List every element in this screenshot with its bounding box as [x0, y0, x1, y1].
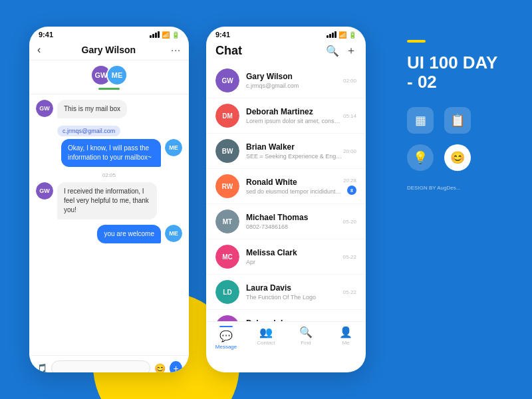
wifi-icon: 📶	[338, 31, 346, 39]
chat-item-avatar: MT	[215, 209, 239, 233]
chat-list-item[interactable]: MT Michael Thomas 0802-73486168 05-20	[206, 204, 366, 239]
avatar-me: ME	[106, 65, 128, 86]
chat-item-avatar: RW	[215, 174, 239, 198]
avatar-pair: GW ME	[90, 65, 128, 86]
brand-title-line1: UI 100 DAY	[407, 53, 497, 72]
nav-item-me[interactable]: 👤 Me	[326, 326, 366, 350]
chat-item-info: Brian Walker SEE = Seeking Experience & …	[246, 142, 343, 160]
message-text: This is my mail box	[64, 105, 120, 112]
chat-item-info: Gary Wilson c.jrmqs@gmail.com	[246, 72, 343, 89]
message-input[interactable]	[51, 360, 150, 372]
brand-icons-row1: ▦ 📋	[407, 107, 471, 134]
chat-item-info: Laura Davis The Function Of The Logo	[246, 283, 343, 301]
message-bubble: you are welcome	[97, 225, 161, 243]
chat-item-name: Ronald White	[246, 178, 343, 187]
online-indicator	[98, 88, 120, 90]
chat-item-avatar: BW	[215, 139, 239, 163]
chat-item-preview: Apr	[246, 259, 343, 265]
message-text: I received the information, I feel very …	[64, 188, 149, 213]
signal-icon	[150, 31, 160, 38]
brand-icon-list: 📋	[444, 107, 471, 134]
chat-list-item[interactable]: DL Deborah Lopez Without a doubt there i…	[206, 310, 366, 321]
chat-item-time: 20:28	[343, 178, 356, 184]
message-time: 02:05	[36, 172, 182, 178]
status-bar-left: 9:41 📶 🔋	[29, 27, 189, 40]
search-icon[interactable]: 🔍	[326, 45, 339, 57]
chat-list-item[interactable]: BW Brian Walker SEE = Seeking Experience…	[206, 134, 366, 169]
chat-item-avatar: GW	[215, 68, 239, 92]
bottom-nav: 💬 Message 👥 Contact 🔍 Find 👤 Me	[206, 321, 366, 352]
chat-item-time: 05-22	[343, 289, 356, 295]
chat-item-preview: The Function Of The Logo	[246, 294, 343, 301]
nav-item-message[interactable]: 💬 Message	[206, 326, 246, 350]
nav-item-find[interactable]: 🔍 Find	[286, 326, 326, 350]
more-button[interactable]: ···	[171, 45, 181, 55]
conversation-avatars: GW ME	[29, 61, 189, 94]
status-time-left: 9:41	[39, 31, 53, 39]
chat-item-meta: 05-22	[343, 289, 356, 295]
brand-icon-smile: 😊	[444, 144, 471, 171]
msg-avatar-me: ME	[165, 225, 182, 242]
chat-item-name: Deborah Martinez	[246, 107, 343, 116]
chat-item-info: Melissa Clark Apr	[246, 248, 343, 265]
brand-icon-bulb: 💡	[407, 144, 434, 171]
chat-item-avatar: DL	[215, 315, 239, 321]
message-bubble: This is my mail box	[57, 100, 127, 118]
msg-avatar-gary: GW	[36, 100, 53, 117]
status-bar-right: 9:41 📶 🔋	[206, 27, 366, 40]
nav-label: Me	[342, 340, 349, 346]
chat-list-item[interactable]: MC Melissa Clark Apr 05-22	[206, 239, 366, 275]
phone-left: 9:41 📶 🔋 ‹ Gary Wilson ··· GW ME	[29, 27, 189, 372]
message-bubble: Okay, I know, I will pass the informatio…	[61, 139, 161, 167]
brand-title: UI 100 DAY - 02	[407, 53, 497, 91]
chat-list-item[interactable]: LD Laura Davis The Function Of The Logo …	[206, 275, 366, 310]
design-credit: DESIGN BY AugDes...	[407, 184, 460, 192]
chat-list-header: Chat 🔍 ＋	[206, 40, 366, 63]
chat-item-name: Gary Wilson	[246, 72, 343, 81]
nav-label: Contact	[257, 340, 275, 346]
chat-list-body: GW Gary Wilson c.jrmqs@gmail.com 02:00 D…	[206, 63, 366, 352]
brand-accent-line	[407, 40, 426, 43]
chat-item-time: 02:00	[343, 78, 356, 84]
msg-avatar-gary: GW	[36, 182, 53, 200]
chat-item-name: Michael Thomas	[246, 213, 343, 222]
chat-list-item[interactable]: RW Ronald White sed do eiusmod tempor in…	[206, 169, 366, 204]
chat-item-info: Ronald White sed do eiusmod tempor incid…	[246, 178, 343, 195]
conversation-title: Gary Wilson	[46, 45, 171, 55]
battery-icon: 🔋	[348, 31, 356, 39]
audio-icon[interactable]: 🎵	[36, 363, 47, 373]
chat-item-meta: 20:28 8	[343, 178, 356, 195]
message-text: you are welcome	[104, 230, 154, 237]
brand-icon-grid: ▦	[407, 107, 434, 134]
chat-list-item[interactable]: DM Deborah Martinez Lorem ipsum dolor si…	[206, 98, 366, 134]
chat-item-preview: SEE = Seeking Experience & Engine...	[246, 153, 343, 160]
chat-list-item[interactable]: GW Gary Wilson c.jrmqs@gmail.com 02:00	[206, 63, 366, 98]
chat-item-meta: 05-20	[343, 219, 356, 225]
chat-item-time: 05-20	[343, 219, 356, 225]
chat-item-meta: 20:00	[343, 148, 356, 154]
message-text: Okay, I know, I will pass the informatio…	[68, 144, 152, 161]
back-button[interactable]: ‹	[37, 44, 41, 56]
chat-item-info: Deborah Martinez Lorem ipsum dolor sit a…	[246, 107, 343, 124]
status-icons-left: 📶 🔋	[150, 31, 180, 39]
nav-icon: 💬	[219, 330, 233, 342]
chat-item-avatar: LD	[215, 280, 239, 304]
nav-icon: 🔍	[299, 326, 313, 338]
chat-item-preview: sed do eiusmod tempor incididunt ut i...	[246, 188, 343, 195]
chat-item-avatar: DM	[215, 104, 239, 128]
chat-item-preview: 0802-73486168	[246, 223, 343, 230]
emoji-icon[interactable]: 😊	[154, 363, 166, 373]
chat-item-info: Michael Thomas 0802-73486168	[246, 213, 343, 230]
phone-right: 9:41 📶 🔋 Chat 🔍 ＋ GW Gary Wilson c.jrmqs…	[206, 27, 366, 372]
conversation-header: ‹ Gary Wilson ···	[29, 40, 189, 61]
chat-list: GW Gary Wilson c.jrmqs@gmail.com 02:00 D…	[206, 63, 366, 321]
message-row: you are welcome ME	[36, 225, 182, 243]
messages-area: GW This is my mail box c.jrmqs@gmail.com…	[29, 94, 189, 355]
chat-item-time: 05:14	[343, 113, 356, 119]
chat-item-time: 05-22	[343, 254, 356, 260]
chat-item-name: Brian Walker	[246, 142, 343, 152]
nav-item-contact[interactable]: 👥 Contact	[246, 326, 286, 350]
unread-badge: 8	[347, 186, 356, 195]
add-chat-icon[interactable]: ＋	[346, 44, 356, 58]
nav-label: Message	[215, 344, 237, 350]
